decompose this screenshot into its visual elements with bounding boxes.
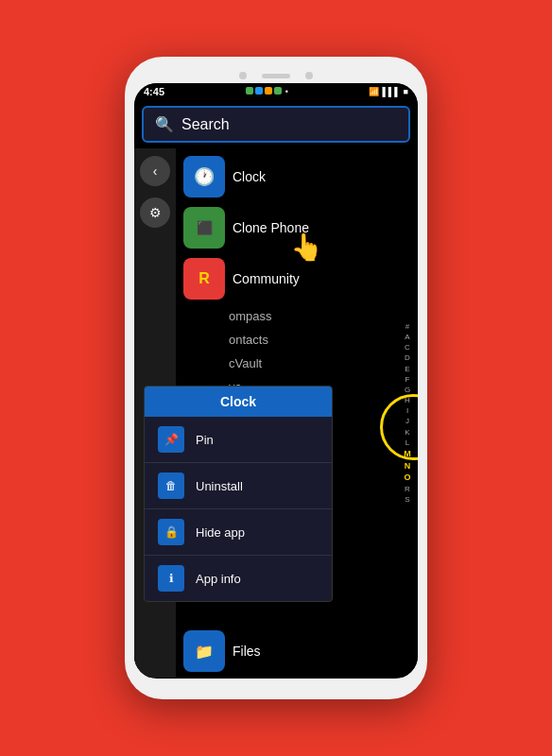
- list-item[interactable]: 📁 Files: [176, 627, 265, 676]
- phone-camera-right: [305, 72, 313, 79]
- alpha-h[interactable]: H: [405, 395, 410, 405]
- status-signal: ▌▌▌: [382, 87, 400, 96]
- status-icon-2: [255, 87, 263, 94]
- status-time: 4:45: [144, 86, 164, 97]
- hide-app-icon: 🔒: [158, 519, 184, 545]
- clock-app-name: Clock: [233, 169, 266, 184]
- community-app-icon: R: [183, 258, 225, 300]
- pin-icon: 📌: [158, 426, 184, 453]
- status-icon-3: [265, 87, 272, 94]
- uninstall-icon: 🗑: [158, 472, 184, 499]
- context-menu-item-appinfo[interactable]: ℹ App info: [145, 556, 332, 601]
- status-right: 📶 ▌▌▌ ■: [369, 87, 408, 96]
- list-item[interactable]: R Community: [180, 254, 414, 303]
- context-menu-title: Clock: [145, 387, 332, 417]
- back-icon: ‹: [153, 163, 158, 179]
- alpha-o[interactable]: O: [404, 472, 410, 484]
- status-wifi: 📶: [369, 87, 379, 96]
- search-input-box[interactable]: 🔍 Search: [142, 106, 410, 143]
- app-info-label: App info: [196, 572, 241, 586]
- alpha-l[interactable]: L: [405, 438, 409, 448]
- alpha-hash[interactable]: #: [405, 321, 409, 332]
- community-icon-symbol: R: [198, 270, 210, 287]
- pin-label: Pin: [196, 433, 214, 447]
- alpha-r[interactable]: R: [405, 484, 410, 494]
- hide-app-label: Hide app: [196, 525, 245, 540]
- partial-app-2: ontacts: [229, 333, 268, 347]
- files-app-name: Files: [233, 644, 261, 659]
- alpha-g[interactable]: G: [405, 385, 410, 395]
- app-list-area: ‹ ⚙ 🕐 Clock ⬛: [134, 148, 418, 678]
- phone-camera: [239, 72, 247, 79]
- back-button[interactable]: ‹: [140, 156, 170, 186]
- list-item: cVault: [180, 352, 414, 374]
- settings-icon: ⚙: [149, 205, 162, 220]
- alpha-m[interactable]: M: [404, 448, 411, 460]
- list-item[interactable]: ⬛ Clone Phone: [180, 203, 414, 252]
- clone-app-icon: ⬛: [183, 207, 225, 249]
- alpha-n[interactable]: N: [405, 460, 411, 472]
- alpha-j[interactable]: J: [405, 416, 409, 426]
- partial-app-3: cVault: [229, 356, 262, 370]
- context-menu-item-pin[interactable]: 📌 Pin: [145, 417, 332, 463]
- hide-icon-symbol: 🔒: [164, 525, 179, 539]
- pin-icon-symbol: 📌: [164, 433, 179, 446]
- files-icon-symbol: 📁: [195, 643, 214, 661]
- status-icons: •: [246, 87, 288, 96]
- alpha-k[interactable]: K: [405, 427, 409, 438]
- partial-app-1: ompass: [229, 309, 272, 323]
- phone-speaker: [262, 74, 290, 78]
- alpha-e[interactable]: E: [405, 364, 409, 374]
- phone-container: 4:45 • 📶 ▌▌▌ ■ 🔍 Search: [125, 57, 427, 699]
- status-bar: 4:45 • 📶 ▌▌▌ ■: [134, 83, 418, 100]
- community-app-name: Community: [233, 271, 300, 286]
- status-battery: ■: [404, 87, 408, 96]
- phone-top-bar: [134, 66, 418, 83]
- context-menu: Clock 📌 Pin 🗑 Uninstall 🔒: [144, 386, 333, 602]
- search-bar[interactable]: 🔍 Search: [134, 100, 418, 148]
- status-icon-1: [246, 87, 253, 94]
- context-menu-item-hide[interactable]: 🔒 Hide app: [145, 509, 332, 556]
- phone-screen: 4:45 • 📶 ▌▌▌ ■ 🔍 Search: [134, 83, 418, 679]
- alpha-s[interactable]: S: [405, 494, 409, 505]
- search-text: Search: [181, 116, 230, 133]
- alpha-d[interactable]: D: [405, 352, 410, 363]
- list-item: ompass: [180, 305, 414, 327]
- alpha-i[interactable]: I: [406, 405, 408, 416]
- app-info-icon-symbol: ℹ: [169, 572, 174, 585]
- alpha-a[interactable]: A: [405, 332, 409, 342]
- alpha-f[interactable]: F: [405, 374, 410, 385]
- status-icon-4: [274, 87, 282, 94]
- status-dot-label: •: [285, 87, 288, 96]
- alphabet-bar[interactable]: # A C D E F G H I J K L M N O R S: [399, 148, 416, 678]
- files-app-icon: 📁: [183, 630, 225, 672]
- alpha-c[interactable]: C: [405, 342, 410, 352]
- list-item[interactable]: 🕐 Clock: [180, 152, 414, 201]
- clone-app-name: Clone Phone: [233, 220, 309, 235]
- search-icon: 🔍: [155, 115, 174, 133]
- app-info-icon: ℹ: [158, 565, 184, 592]
- uninstall-label: Uninstall: [196, 479, 243, 493]
- clock-app-icon: 🕐: [183, 156, 225, 198]
- settings-button[interactable]: ⚙: [140, 198, 170, 228]
- uninstall-icon-symbol: 🗑: [165, 479, 177, 492]
- context-menu-item-uninstall[interactable]: 🗑 Uninstall: [145, 463, 332, 509]
- clone-icon-symbol: ⬛: [197, 220, 213, 235]
- list-item: ontacts: [180, 329, 414, 351]
- clock-icon-symbol: 🕐: [194, 166, 215, 187]
